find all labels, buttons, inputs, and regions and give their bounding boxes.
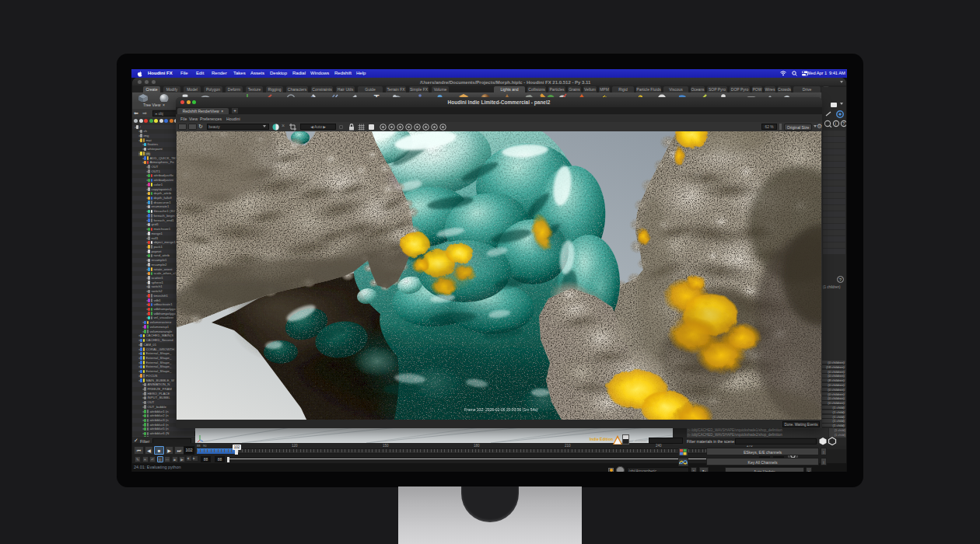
svg-text:Frame 102: 2026-02-06 20:03:5: Frame 102: 2026-02-06 20:03:50 (1m 54s) <box>464 407 538 412</box>
svg-text:i: i <box>835 121 836 126</box>
svg-text:?: ? <box>842 121 845 126</box>
